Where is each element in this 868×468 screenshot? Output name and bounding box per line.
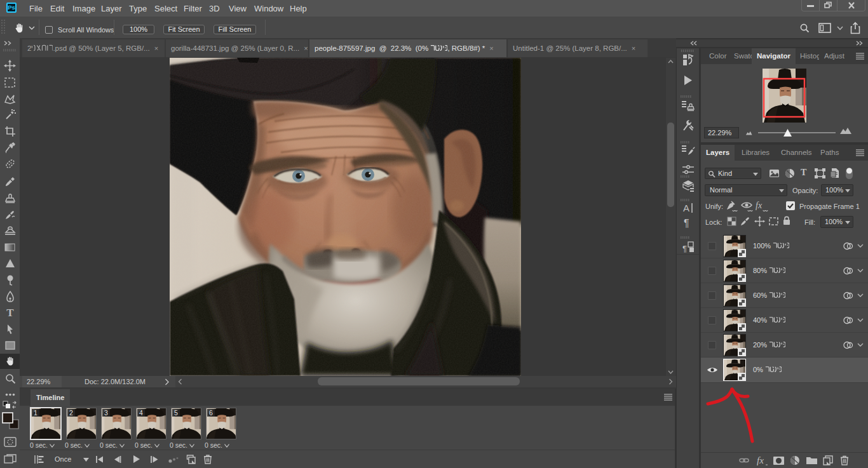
svg-text:A: A	[683, 203, 689, 213]
svg-text:fx: fx	[756, 201, 763, 210]
svg-text:T: T	[6, 307, 14, 318]
svg-text:fx: fx	[757, 455, 764, 465]
svg-text:¶: ¶	[682, 244, 687, 253]
svg-text:¶: ¶	[684, 218, 689, 229]
